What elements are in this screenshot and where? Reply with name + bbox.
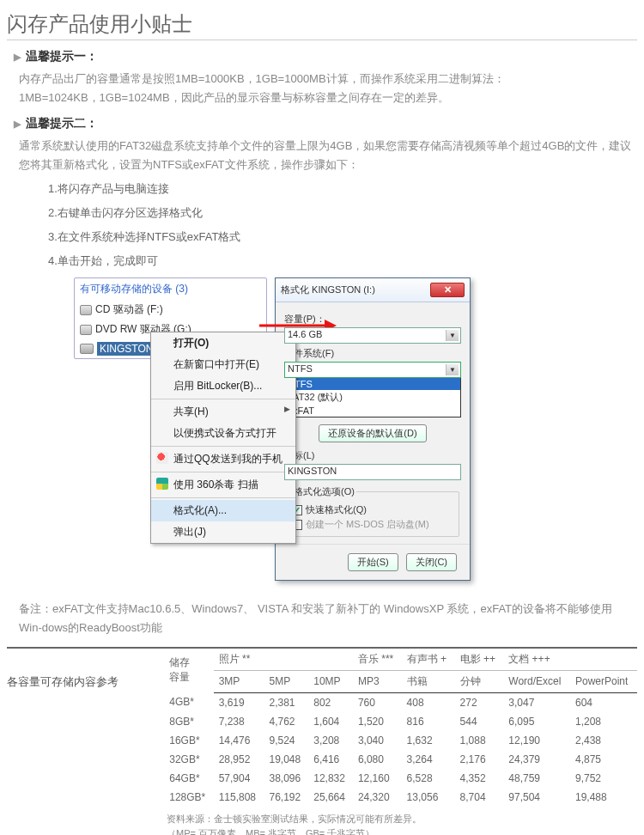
table-row: 128GB*115,80876,19225,66424,32013,0568,7…: [164, 788, 637, 807]
filesystem-dropdown: NTFS FAT32 (默认) exFAT: [284, 377, 461, 418]
filesystem-label: 文件系统(F): [284, 347, 461, 360]
dialog-title: 格式化 KINGSTON (I:): [281, 283, 375, 296]
menu-share[interactable]: 共享(H): [151, 401, 295, 423]
volume-label: 卷标(L): [284, 449, 461, 462]
explorer-panel: 有可移动存储的设备 (3) CD 驱动器 (F:) DVD RW 驱动器 (G:…: [74, 277, 267, 359]
qq-icon: [156, 452, 168, 464]
tip2-title: 温馨提示二：: [14, 116, 637, 131]
format-options-legend: 格式化选项(O): [292, 485, 356, 498]
menu-qq-send[interactable]: 通过QQ发送到我的手机: [151, 448, 295, 470]
menu-bitlocker[interactable]: 启用 BitLocker(B)...: [151, 375, 295, 397]
explorer-header: 有可移动存储的设备 (3): [75, 278, 266, 300]
step-4: 4.单击开始，完成即可: [48, 253, 637, 269]
drive-cd[interactable]: CD 驱动器 (F:): [75, 300, 266, 320]
table-row: 4GB*3,6192,3818027604082723,047604: [164, 692, 637, 712]
close-button[interactable]: 关闭(C): [406, 553, 457, 571]
menu-portable[interactable]: 以便携式设备方式打开: [151, 423, 295, 444]
menu-360-scan[interactable]: 使用 360杀毒 扫描: [151, 474, 295, 496]
sub-ppt: PowerPoint: [570, 670, 637, 692]
capacity-table: 储存 容量 照片 ** 音乐 *** 有声书 + 电影 ++ 文档 +++ 3M…: [164, 649, 637, 807]
sub-books: 书籍: [402, 670, 455, 692]
quick-format-checkbox[interactable]: ✔ 快速格式化(Q): [292, 503, 453, 516]
exfat-note: 备注：exFAT文件支持Mac10.6.5、Windows7、 VISTA 和安…: [19, 600, 632, 637]
chevron-down-icon: ▼: [446, 364, 459, 375]
start-button[interactable]: 开始(S): [348, 553, 398, 571]
sub-word: Word/Excel: [503, 670, 570, 692]
footnotes: 资料来源：金士顿实验室测试结果，实际情况可能有所差异。 （MP= 百万像素，MB…: [167, 812, 637, 835]
menu-open[interactable]: 打开(O): [151, 332, 295, 354]
sub-5mp: 5MP: [264, 670, 308, 692]
sub-mp3: MP3: [353, 670, 402, 692]
page-title: 闪存产品使用小贴士: [7, 10, 637, 40]
format-options-group: 格式化选项(O) ✔ 快速格式化(Q) 创建一个 MS-DOS 启动盘(M): [286, 485, 459, 537]
tip1-text: 内存产品出厂的容量通常是按照1MB=1000KB，1GB=1000MB计算，而操…: [19, 70, 637, 107]
col-doc: 文档 +++: [503, 649, 637, 671]
col-photo: 照片 **: [214, 649, 353, 671]
menu-format[interactable]: 格式化(A)...: [151, 500, 295, 521]
menu-eject[interactable]: 弹出(J): [151, 521, 295, 543]
context-menu: 打开(O) 在新窗口中打开(E) 启用 BitLocker(B)... 共享(H…: [150, 332, 296, 544]
fs-option-fat32[interactable]: FAT32 (默认): [285, 390, 460, 405]
table-row: 32GB*28,95219,0486,4166,0803,2642,17624,…: [164, 750, 637, 769]
sub-min: 分钟: [455, 670, 504, 692]
fs-option-ntfs[interactable]: NTFS: [285, 378, 460, 390]
col-audio: 有声书 +: [402, 649, 455, 671]
fs-option-exfat[interactable]: exFAT: [285, 405, 460, 417]
step-3: 3.在文件系统种选择NTFS或exFAT格式: [48, 229, 637, 245]
restore-defaults-button[interactable]: 还原设备的默认值(D): [319, 424, 426, 442]
usb-drive-icon: [80, 344, 94, 354]
capacity-section-label: 各容量可存储内容参考: [7, 649, 149, 690]
sub-10mp: 10MP: [308, 670, 353, 692]
tip2-text: 通常系统默认使用的FAT32磁盘系统支持单个文件的容量上限为4GB，如果您需要存…: [19, 137, 637, 174]
sub-3mp: 3MP: [214, 670, 264, 692]
table-row: 16GB*14,4769,5243,2083,0401,6321,08812,1…: [164, 731, 637, 750]
col-movie: 电影 ++: [455, 649, 504, 671]
antivirus-icon: [156, 478, 168, 490]
col-storage: 储存 容量: [164, 649, 213, 693]
tip1-title: 温馨提示一：: [14, 49, 637, 64]
msdos-checkbox[interactable]: 创建一个 MS-DOS 启动盘(M): [292, 518, 453, 531]
step-2: 2.右键单击闪存分区选择格式化: [48, 205, 637, 221]
dvd-drive-icon: [80, 325, 92, 335]
filesystem-select[interactable]: NTFS ▼: [284, 362, 461, 378]
close-icon[interactable]: ✕: [430, 283, 465, 297]
col-music: 音乐 ***: [353, 649, 402, 671]
capacity-label: 容量(P)：: [284, 313, 461, 326]
steps-list: 1.将闪存产品与电脑连接 2.右键单击闪存分区选择格式化 3.在文件系统种选择N…: [48, 181, 637, 269]
cd-drive-icon: [80, 305, 92, 315]
format-dialog: 格式化 KINGSTON (I:) ✕ 容量(P)： 14.6 GB ▼ 文件系…: [275, 277, 471, 581]
chevron-down-icon: ▼: [446, 330, 459, 341]
volume-input[interactable]: KINGSTON: [284, 464, 461, 480]
capacity-select[interactable]: 14.6 GB ▼: [284, 327, 461, 344]
table-row: 64GB*57,90438,09612,83212,1606,5284,3524…: [164, 769, 637, 788]
table-row: 8GB*7,2384,7621,6041,5208165446,0951,208: [164, 712, 637, 731]
menu-new-window[interactable]: 在新窗口中打开(E): [151, 354, 295, 375]
step-1: 1.将闪存产品与电脑连接: [48, 181, 637, 197]
